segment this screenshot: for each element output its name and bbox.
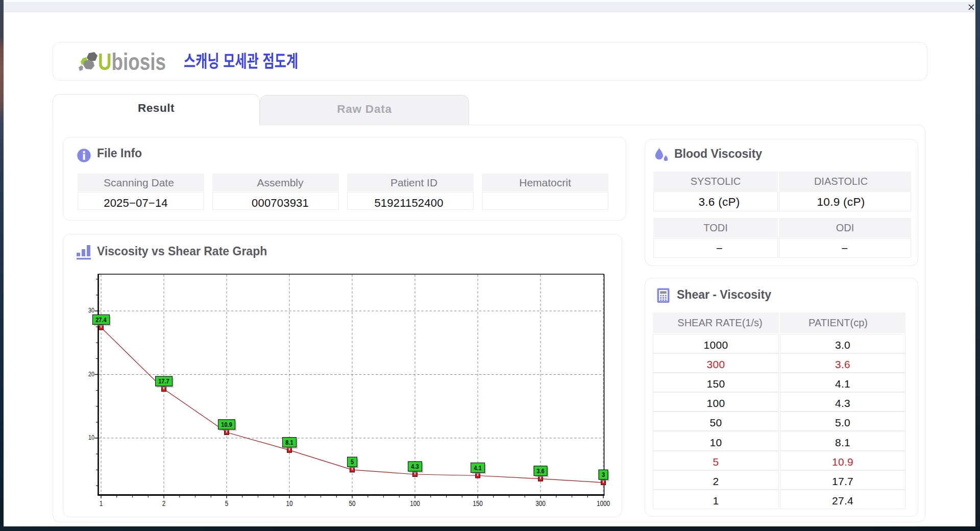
- svg-text:8.1: 8.1: [285, 439, 293, 446]
- svg-text:3: 3: [602, 471, 605, 479]
- svg-text:1000: 1000: [597, 499, 610, 508]
- svg-text:30: 30: [88, 306, 94, 314]
- svg-text:1: 1: [100, 499, 103, 508]
- svg-text:150: 150: [473, 499, 483, 508]
- svg-text:3.6: 3.6: [536, 467, 545, 475]
- svg-text:300: 300: [535, 499, 546, 508]
- svg-text:20: 20: [88, 370, 94, 378]
- svg-text:5: 5: [225, 499, 229, 508]
- svg-text:10: 10: [88, 433, 94, 441]
- svg-text:4.1: 4.1: [474, 464, 482, 472]
- svg-text:27.4: 27.4: [95, 316, 107, 324]
- svg-text:10: 10: [286, 499, 292, 508]
- svg-text:10.9: 10.9: [221, 421, 232, 428]
- svg-text:4.3: 4.3: [411, 463, 419, 470]
- svg-text:5: 5: [351, 458, 354, 466]
- svg-text:17.7: 17.7: [158, 377, 169, 385]
- svg-text:50: 50: [349, 499, 355, 508]
- svg-text:100: 100: [410, 499, 420, 508]
- svg-text:2: 2: [162, 499, 166, 508]
